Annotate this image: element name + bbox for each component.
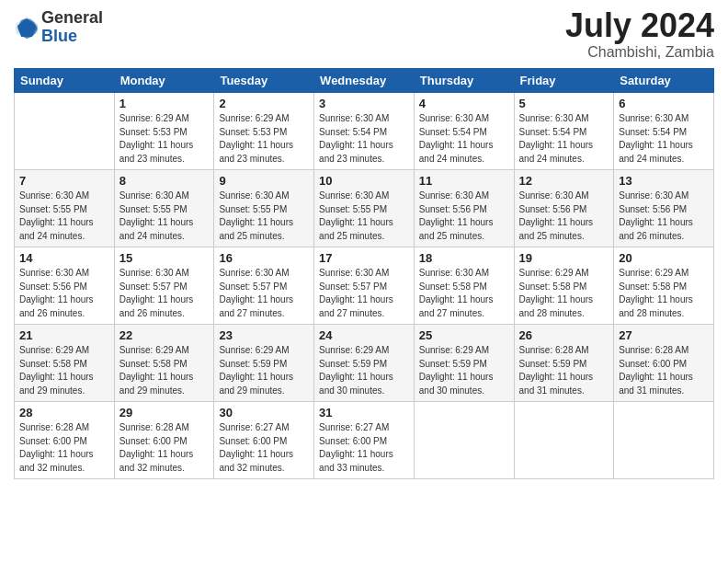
calendar-cell: 4Sunrise: 6:30 AM Sunset: 5:54 PM Daylig… [414,93,514,170]
cell-info: Sunrise: 6:28 AM Sunset: 6:00 PM Dayligh… [619,344,709,397]
calendar-cell: 16Sunrise: 6:30 AM Sunset: 5:57 PM Dayli… [214,247,314,325]
calendar-cell: 27Sunrise: 6:28 AM Sunset: 6:00 PM Dayli… [614,325,714,402]
calendar-cell: 14Sunrise: 6:30 AM Sunset: 5:56 PM Dayli… [15,247,115,325]
cell-info: Sunrise: 6:30 AM Sunset: 5:56 PM Dayligh… [619,190,709,243]
weekday-header-cell: Friday [514,69,614,93]
calendar-cell: 12Sunrise: 6:30 AM Sunset: 5:56 PM Dayli… [514,170,614,247]
cell-info: Sunrise: 6:29 AM Sunset: 5:58 PM Dayligh… [119,344,210,397]
cell-info: Sunrise: 6:30 AM Sunset: 5:57 PM Dayligh… [319,267,409,320]
day-number: 29 [119,406,210,419]
weekday-header-cell: Monday [114,69,214,93]
calendar-cell: 31Sunrise: 6:27 AM Sunset: 6:00 PM Dayli… [314,402,415,479]
calendar-cell: 2Sunrise: 6:29 AM Sunset: 5:53 PM Daylig… [214,93,314,170]
cell-info: Sunrise: 6:30 AM Sunset: 5:54 PM Dayligh… [419,112,509,166]
title-area: July 2024 Chambishi, Zambia [565,9,714,61]
calendar-cell: 15Sunrise: 6:30 AM Sunset: 5:57 PM Dayli… [114,247,214,325]
calendar-cell: 11Sunrise: 6:30 AM Sunset: 5:56 PM Dayli… [414,170,514,247]
calendar-cell: 29Sunrise: 6:28 AM Sunset: 6:00 PM Dayli… [114,402,214,479]
logo-general: General [41,9,103,28]
day-number: 24 [319,328,409,342]
calendar-cell [614,402,714,479]
cell-info: Sunrise: 6:30 AM Sunset: 5:57 PM Dayligh… [119,267,210,320]
calendar-cell: 22Sunrise: 6:29 AM Sunset: 5:58 PM Dayli… [114,325,214,402]
logo-icon [14,15,40,40]
cell-info: Sunrise: 6:29 AM Sunset: 5:59 PM Dayligh… [219,344,309,397]
day-number: 10 [319,174,409,188]
month-year: July 2024 [565,9,714,42]
cell-info: Sunrise: 6:29 AM Sunset: 5:58 PM Dayligh… [519,267,609,320]
cell-info: Sunrise: 6:30 AM Sunset: 5:57 PM Dayligh… [219,267,309,320]
cell-info: Sunrise: 6:30 AM Sunset: 5:56 PM Dayligh… [519,190,609,243]
calendar-cell: 1Sunrise: 6:29 AM Sunset: 5:53 PM Daylig… [114,93,214,170]
day-number: 1 [119,97,210,110]
day-number: 5 [519,97,609,110]
calendar-cell: 20Sunrise: 6:29 AM Sunset: 5:58 PM Dayli… [614,247,714,325]
calendar-cell [414,402,514,479]
day-number: 7 [19,174,109,188]
logo-text: General Blue [41,9,103,46]
calendar-cell: 19Sunrise: 6:29 AM Sunset: 5:58 PM Dayli… [514,247,614,325]
cell-info: Sunrise: 6:30 AM Sunset: 5:55 PM Dayligh… [219,190,309,243]
cell-info: Sunrise: 6:30 AM Sunset: 5:55 PM Dayligh… [19,190,109,243]
cell-info: Sunrise: 6:28 AM Sunset: 6:00 PM Dayligh… [19,421,109,475]
weekday-header-cell: Tuesday [214,69,314,93]
cell-info: Sunrise: 6:30 AM Sunset: 5:54 PM Dayligh… [619,112,709,166]
calendar-table: SundayMondayTuesdayWednesdayThursdayFrid… [14,68,714,479]
weekday-header-cell: Wednesday [314,69,415,93]
calendar-cell: 30Sunrise: 6:27 AM Sunset: 6:00 PM Dayli… [214,402,314,479]
cell-info: Sunrise: 6:28 AM Sunset: 5:59 PM Dayligh… [519,344,609,397]
day-number: 27 [619,328,709,342]
calendar-week-row: 7Sunrise: 6:30 AM Sunset: 5:55 PM Daylig… [15,170,714,247]
day-number: 19 [519,251,609,265]
day-number: 25 [419,328,509,342]
day-number: 3 [319,97,409,110]
day-number: 15 [119,251,210,265]
logo: General Blue [14,9,103,46]
calendar-cell: 7Sunrise: 6:30 AM Sunset: 5:55 PM Daylig… [15,170,115,247]
weekday-header-row: SundayMondayTuesdayWednesdayThursdayFrid… [15,69,714,93]
cell-info: Sunrise: 6:30 AM Sunset: 5:55 PM Dayligh… [119,190,210,243]
cell-info: Sunrise: 6:30 AM Sunset: 5:54 PM Dayligh… [319,112,409,166]
calendar-cell: 9Sunrise: 6:30 AM Sunset: 5:55 PM Daylig… [214,170,314,247]
day-number: 17 [319,251,409,265]
calendar-cell: 3Sunrise: 6:30 AM Sunset: 5:54 PM Daylig… [314,93,415,170]
calendar-cell: 23Sunrise: 6:29 AM Sunset: 5:59 PM Dayli… [214,325,314,402]
cell-info: Sunrise: 6:28 AM Sunset: 6:00 PM Dayligh… [119,421,210,475]
day-number: 11 [419,174,509,188]
cell-info: Sunrise: 6:30 AM Sunset: 5:56 PM Dayligh… [19,267,109,320]
day-number: 26 [519,328,609,342]
day-number: 23 [219,328,309,342]
day-number: 30 [219,406,309,419]
weekday-header-cell: Thursday [414,69,514,93]
cell-info: Sunrise: 6:29 AM Sunset: 5:59 PM Dayligh… [419,344,509,397]
cell-info: Sunrise: 6:27 AM Sunset: 6:00 PM Dayligh… [219,421,309,475]
day-number: 13 [619,174,709,188]
day-number: 4 [419,97,509,110]
logo-blue: Blue [41,28,103,46]
cell-info: Sunrise: 6:30 AM Sunset: 5:54 PM Dayligh… [519,112,609,166]
day-number: 6 [619,97,709,110]
day-number: 14 [19,251,109,265]
day-number: 18 [419,251,509,265]
day-number: 8 [119,174,210,188]
cell-info: Sunrise: 6:30 AM Sunset: 5:55 PM Dayligh… [319,190,409,243]
cell-info: Sunrise: 6:30 AM Sunset: 5:56 PM Dayligh… [419,190,509,243]
cell-info: Sunrise: 6:30 AM Sunset: 5:58 PM Dayligh… [419,267,509,320]
day-number: 12 [519,174,609,188]
calendar-cell: 5Sunrise: 6:30 AM Sunset: 5:54 PM Daylig… [514,93,614,170]
calendar-cell: 28Sunrise: 6:28 AM Sunset: 6:00 PM Dayli… [15,402,115,479]
calendar-week-row: 1Sunrise: 6:29 AM Sunset: 5:53 PM Daylig… [15,93,714,170]
calendar-cell: 26Sunrise: 6:28 AM Sunset: 5:59 PM Dayli… [514,325,614,402]
day-number: 20 [619,251,709,265]
weekday-header-cell: Sunday [15,69,115,93]
calendar-week-row: 14Sunrise: 6:30 AM Sunset: 5:56 PM Dayli… [15,247,714,325]
day-number: 31 [319,406,409,419]
page-header: General Blue July 2024 Chambishi, Zambia [14,9,714,61]
cell-info: Sunrise: 6:29 AM Sunset: 5:58 PM Dayligh… [19,344,109,397]
day-number: 21 [19,328,109,342]
calendar-cell: 25Sunrise: 6:29 AM Sunset: 5:59 PM Dayli… [414,325,514,402]
weekday-header-cell: Saturday [614,69,714,93]
calendar-cell: 10Sunrise: 6:30 AM Sunset: 5:55 PM Dayli… [314,170,415,247]
calendar-week-row: 21Sunrise: 6:29 AM Sunset: 5:58 PM Dayli… [15,325,714,402]
cell-info: Sunrise: 6:29 AM Sunset: 5:59 PM Dayligh… [319,344,409,397]
